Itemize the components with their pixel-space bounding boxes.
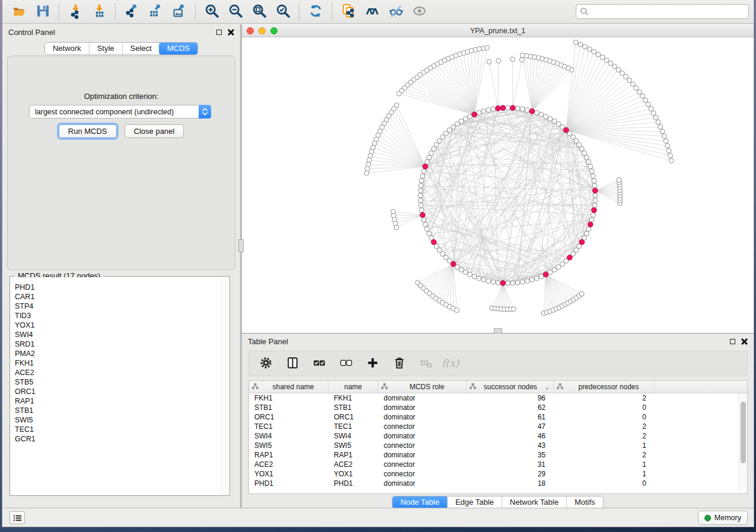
- close-panel-button[interactable]: Close panel: [125, 124, 184, 138]
- mcds-node[interactable]: [420, 213, 425, 218]
- network-node[interactable]: [487, 59, 492, 64]
- mcds-node[interactable]: [423, 164, 428, 169]
- network-node[interactable]: [427, 231, 432, 236]
- import-table-button[interactable]: [87, 2, 111, 22]
- result-node[interactable]: STP4: [15, 302, 221, 311]
- network-node[interactable]: [662, 134, 666, 139]
- mcds-node[interactable]: [588, 222, 593, 227]
- network-node[interactable]: [646, 102, 650, 107]
- network-node[interactable]: [525, 108, 529, 113]
- delete-row-button[interactable]: [388, 353, 410, 374]
- network-node[interactable]: [579, 291, 584, 296]
- network-node[interactable]: [459, 267, 464, 272]
- network-node[interactable]: [587, 47, 592, 52]
- open-session-button[interactable]: [7, 2, 31, 22]
- network-node[interactable]: [584, 231, 589, 236]
- network-node[interactable]: [586, 227, 591, 232]
- result-node[interactable]: PHD1: [15, 283, 221, 292]
- float-table-panel-icon[interactable]: [730, 339, 735, 344]
- tab-network[interactable]: Network: [45, 43, 89, 55]
- result-node[interactable]: ACE2: [15, 368, 221, 377]
- network-node[interactable]: [593, 198, 598, 203]
- network-node[interactable]: [491, 107, 496, 111]
- copy-style-button[interactable]: [336, 2, 360, 22]
- network-node[interactable]: [593, 193, 598, 198]
- network-node[interactable]: [583, 44, 588, 49]
- mcds-node[interactable]: [451, 261, 456, 267]
- network-node[interactable]: [613, 64, 617, 69]
- search-field[interactable]: [576, 4, 749, 19]
- network-node[interactable]: [669, 158, 674, 163]
- network-node[interactable]: [419, 203, 423, 208]
- network-node[interactable]: [582, 150, 587, 155]
- float-panel-icon[interactable]: [216, 30, 222, 35]
- column-header-name[interactable]: name: [328, 381, 378, 393]
- network-node[interactable]: [608, 61, 613, 66]
- network-node[interactable]: [617, 178, 621, 182]
- network-node[interactable]: [588, 164, 593, 169]
- tab-node-table[interactable]: Node Table: [392, 496, 448, 509]
- network-node[interactable]: [420, 174, 425, 178]
- network-node[interactable]: [481, 109, 486, 114]
- tab-motifs[interactable]: Motifs: [566, 496, 603, 508]
- network-node[interactable]: [477, 276, 481, 281]
- mcds-result-list[interactable]: PHD1CAR1STP4TID3YOX1SWI4SRD1PMA2FKH1ACE2…: [11, 277, 221, 495]
- result-node[interactable]: CAR1: [15, 292, 221, 302]
- network-node[interactable]: [510, 57, 515, 62]
- network-node[interactable]: [463, 117, 468, 121]
- table-scrollbar-thumb[interactable]: [741, 402, 746, 464]
- horizontal-split-handle[interactable]: [494, 328, 502, 334]
- network-node[interactable]: [658, 124, 663, 129]
- network-node[interactable]: [660, 129, 665, 134]
- mcds-node[interactable]: [496, 106, 501, 111]
- show-graphics-button[interactable]: [407, 2, 431, 22]
- network-node[interactable]: [419, 183, 423, 188]
- network-node[interactable]: [591, 213, 595, 217]
- add-row-button[interactable]: [362, 353, 383, 374]
- mcds-node[interactable]: [529, 108, 535, 114]
- network-node[interactable]: [630, 82, 635, 86]
- network-node[interactable]: [529, 277, 534, 282]
- result-node[interactable]: PMA2: [15, 349, 221, 358]
- search-input[interactable]: [592, 8, 745, 16]
- network-node[interactable]: [472, 274, 477, 279]
- network-node[interactable]: [432, 146, 436, 151]
- network-node[interactable]: [634, 86, 639, 91]
- table-row[interactable]: FKH1FKH1dominator962: [249, 393, 739, 403]
- network-node[interactable]: [668, 153, 672, 158]
- network-node[interactable]: [589, 217, 594, 222]
- tab-mcds[interactable]: MCDS: [159, 42, 198, 55]
- zoom-fit-button[interactable]: [247, 2, 271, 22]
- result-node[interactable]: YOX1: [15, 321, 221, 330]
- network-node[interactable]: [584, 155, 589, 160]
- network-node[interactable]: [592, 178, 596, 183]
- network-node[interactable]: [418, 193, 423, 198]
- network-node[interactable]: [496, 280, 500, 285]
- tab-edge-table[interactable]: Edge Table: [447, 496, 502, 508]
- network-node[interactable]: [519, 57, 524, 62]
- column-header-MCDS-role[interactable]: MCDS role: [378, 381, 467, 393]
- network-node[interactable]: [425, 159, 429, 164]
- network-node[interactable]: [394, 225, 399, 230]
- network-node[interactable]: [539, 112, 544, 117]
- tab-network-table[interactable]: Network Table: [502, 496, 566, 508]
- save-session-button[interactable]: [31, 2, 55, 22]
- status-menu-button[interactable]: [9, 511, 25, 524]
- run-mcds-button[interactable]: Run MCDS: [59, 124, 117, 138]
- network-node[interactable]: [589, 169, 594, 174]
- table-row[interactable]: RAP1RAP1dominator352: [249, 450, 739, 460]
- network-node[interactable]: [419, 208, 424, 213]
- show-column-button[interactable]: [282, 353, 303, 374]
- network-node[interactable]: [422, 169, 426, 174]
- result-node[interactable]: GCR1: [15, 434, 221, 444]
- mcds-node[interactable]: [500, 280, 506, 286]
- memory-button[interactable]: Memory: [698, 511, 748, 525]
- result-node[interactable]: SWI4: [15, 330, 221, 339]
- network-node[interactable]: [429, 150, 433, 155]
- mcds-node[interactable]: [567, 255, 572, 260]
- mcds-node[interactable]: [472, 112, 477, 117]
- export-image-button[interactable]: [167, 2, 191, 22]
- table-row[interactable]: ACE2ACE2connector311: [249, 460, 739, 469]
- table-row[interactable]: ORC1ORC1dominator610: [249, 412, 739, 422]
- network-node[interactable]: [592, 49, 596, 54]
